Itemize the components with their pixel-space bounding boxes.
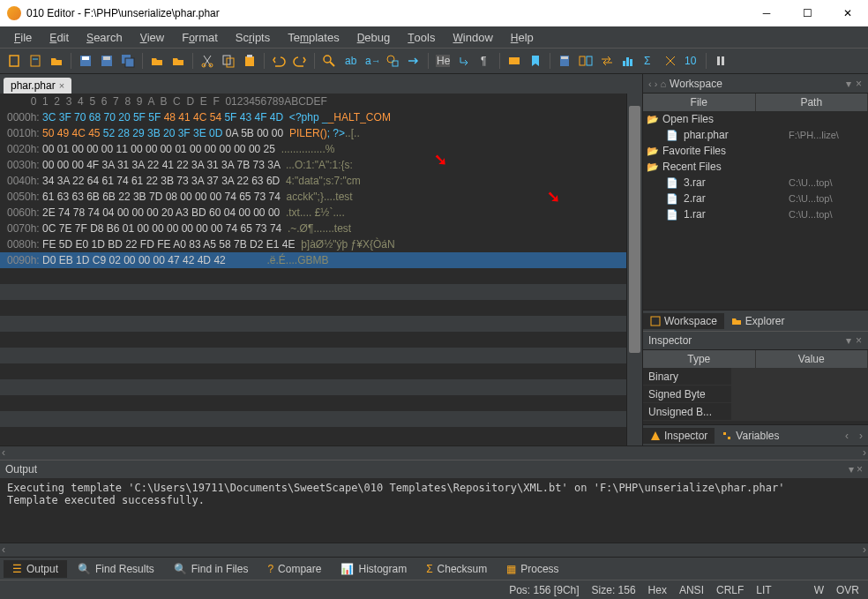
- col-file[interactable]: File: [643, 94, 756, 111]
- find-in-files-icon[interactable]: [384, 52, 401, 70]
- panel-menu-icon[interactable]: ▾ ×: [849, 463, 863, 475]
- menu-file[interactable]: File: [7, 29, 39, 46]
- goto-icon[interactable]: [405, 52, 423, 70]
- status-crlf[interactable]: CRLF: [716, 584, 744, 596]
- inspector-table[interactable]: BinarySigned ByteUnsigned B...: [643, 368, 868, 424]
- find-icon[interactable]: [320, 52, 338, 70]
- panel-menu-icon[interactable]: ▾ ×: [846, 334, 863, 347]
- status-pos[interactable]: Pos: 156 [9Ch]: [509, 584, 579, 596]
- status-ansi[interactable]: ANSI: [679, 584, 704, 596]
- operations-icon[interactable]: [662, 52, 679, 70]
- checksum-icon[interactable]: Σ: [640, 52, 658, 70]
- btab-histogram[interactable]: 📊Histogram: [332, 560, 415, 578]
- calculator-icon[interactable]: [556, 52, 573, 70]
- status-w[interactable]: W: [814, 584, 824, 596]
- tab-explorer[interactable]: Explorer: [724, 313, 792, 329]
- menu-format[interactable]: Format: [175, 29, 225, 46]
- nav-arrows-icon[interactable]: ‹ › ⌂: [648, 79, 666, 89]
- menu-help[interactable]: Help: [504, 29, 541, 46]
- inspector-row[interactable]: Signed Byte: [643, 386, 868, 403]
- menu-tools[interactable]: Tools: [400, 29, 442, 46]
- hsplitter[interactable]: ‹›: [0, 446, 868, 460]
- paragraph-icon[interactable]: ¶: [476, 52, 494, 70]
- btab-output[interactable]: ☰Output: [4, 560, 67, 578]
- save-icon[interactable]: [77, 52, 94, 70]
- btab-checksum[interactable]: ΣChecksum: [417, 560, 496, 578]
- cut-icon[interactable]: [198, 52, 216, 70]
- menu-search[interactable]: Search: [79, 29, 130, 46]
- output-text[interactable]: Executing template 'C:\Users\19711\Docum…: [0, 478, 868, 543]
- col-path[interactable]: Path: [756, 94, 869, 111]
- open-drive-icon[interactable]: [148, 52, 166, 70]
- replace-icon[interactable]: a→b: [363, 52, 380, 70]
- col-value[interactable]: Value: [756, 350, 869, 368]
- hex-icon[interactable]: Hex: [434, 52, 452, 70]
- status-hex[interactable]: Hex: [648, 584, 667, 596]
- close-tab-icon[interactable]: ×: [59, 80, 64, 91]
- save-all-icon[interactable]: [119, 52, 137, 70]
- copy-icon[interactable]: [220, 52, 237, 70]
- new-script-icon[interactable]: [26, 52, 44, 70]
- status-size[interactable]: Size: 156: [592, 584, 636, 596]
- svg-line-16: [330, 62, 334, 66]
- tab-workspace[interactable]: Workspace: [643, 313, 724, 329]
- tab-inspector[interactable]: Inspector: [643, 428, 715, 444]
- tree-group[interactable]: Favorite Files: [643, 143, 868, 159]
- highlight-icon[interactable]: [505, 52, 523, 70]
- maximize-button[interactable]: ☐: [787, 0, 827, 26]
- run-icon[interactable]: [712, 52, 730, 70]
- svg-rect-14: [247, 55, 252, 57]
- workspace-title: Workspace: [670, 78, 722, 90]
- tree-item[interactable]: phar.pharF:\PH...lize\: [643, 127, 868, 143]
- tree-item[interactable]: 3.rarC:\U...top\: [643, 175, 868, 191]
- annotation-arrow-2: ➘: [547, 189, 560, 205]
- tree-group[interactable]: Open Files: [643, 111, 868, 127]
- menu-edit[interactable]: Edit: [42, 29, 76, 46]
- status-lit[interactable]: LIT: [756, 584, 771, 596]
- undo-icon[interactable]: [270, 52, 288, 70]
- tree-item[interactable]: 2.rarC:\U...top\: [643, 191, 868, 206]
- minimize-button[interactable]: ─: [746, 0, 787, 26]
- tree-item[interactable]: 1.rarC:\U...top\: [643, 206, 868, 222]
- linefeed-icon[interactable]: [455, 52, 473, 70]
- find-strings-icon[interactable]: ab: [341, 52, 359, 70]
- col-type[interactable]: Type: [643, 350, 756, 368]
- menu-debug[interactable]: Debug: [350, 29, 398, 46]
- open-process-icon[interactable]: [169, 52, 187, 70]
- file-tab-phar[interactable]: phar.phar ×: [4, 78, 71, 94]
- bookmark-icon[interactable]: [527, 52, 544, 70]
- workspace-tree[interactable]: Open Filesphar.pharF:\PH...lize\ Favorit…: [643, 111, 868, 310]
- btab-compare[interactable]: ?Compare: [258, 560, 330, 578]
- base-convert-icon[interactable]: 10: [683, 52, 700, 70]
- hex-scrollbar[interactable]: [626, 94, 642, 446]
- btab-process[interactable]: ▦Process: [498, 560, 567, 578]
- status-ovr[interactable]: OVR: [836, 584, 859, 596]
- scroll-left-icon[interactable]: ‹: [840, 430, 854, 442]
- redo-icon[interactable]: [291, 52, 309, 70]
- output-hscroll[interactable]: ‹›: [0, 543, 868, 557]
- inspector-row[interactable]: Unsigned B...: [643, 403, 868, 421]
- output-title: Output: [5, 463, 37, 475]
- inspector-row[interactable]: Binary: [643, 368, 868, 386]
- menu-window[interactable]: Window: [445, 29, 499, 46]
- compare-icon[interactable]: [577, 52, 595, 70]
- menu-scripts[interactable]: Scripts: [228, 29, 277, 46]
- open-icon[interactable]: [48, 52, 65, 70]
- panel-menu-icon[interactable]: ▾ ×: [846, 78, 863, 90]
- btab-find-results[interactable]: 🔍Find Results: [69, 560, 163, 578]
- menu-templates[interactable]: Templates: [281, 29, 346, 46]
- new-icon[interactable]: [5, 52, 23, 70]
- hex-editor[interactable]: 0 1 2 3 4 5 6 7 8 9 A B C D E F 01234567…: [0, 94, 626, 446]
- close-button[interactable]: ✕: [827, 0, 868, 26]
- btab-find-in-files[interactable]: 🔍Find in Files: [165, 560, 258, 578]
- convert-icon[interactable]: [598, 52, 616, 70]
- svg-rect-1: [31, 56, 40, 66]
- tree-group[interactable]: Recent Files: [643, 159, 868, 175]
- save-as-icon[interactable]: [98, 52, 116, 70]
- bottom-tabs: ☰Output🔍Find Results🔍Find in Files?Compa…: [0, 557, 868, 580]
- menu-view[interactable]: View: [133, 29, 172, 46]
- paste-icon[interactable]: [241, 52, 258, 70]
- histogram-icon[interactable]: [619, 52, 637, 70]
- tab-variables[interactable]: Variables: [715, 428, 786, 444]
- scroll-right-icon[interactable]: ›: [854, 430, 868, 442]
